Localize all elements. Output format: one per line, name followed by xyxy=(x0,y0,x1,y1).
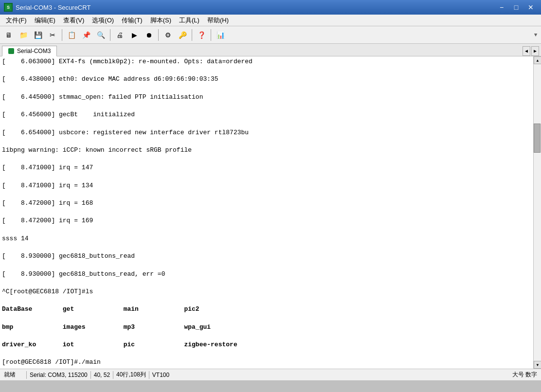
toolbar-new[interactable]: 🖥 xyxy=(2,28,16,42)
toolbar-btn4[interactable]: ✂ xyxy=(46,28,59,42)
terminal-line: [ 8.472000] irq = 168 xyxy=(2,199,531,208)
scroll-down-button[interactable]: ▼ xyxy=(534,361,541,369)
terminal-line: [ 6.445000] stmmac_open: failed PTP init… xyxy=(2,93,531,102)
toolbar-btn9[interactable]: ▶ xyxy=(127,28,141,42)
status-encoding: VT100 xyxy=(152,372,169,378)
status-right: 大号 数字 xyxy=(512,371,537,379)
terminal-line: [ 8.930000] gec6818_buttons_read, err =0 xyxy=(2,270,531,279)
status-sep-2 xyxy=(90,371,91,379)
tab-scroll-right[interactable]: ▶ xyxy=(531,46,539,56)
toolbar-separator-2 xyxy=(110,29,110,41)
terminal-line: [ 8.471000] irq = 147 xyxy=(2,163,531,172)
tab-scroll-left[interactable]: ◀ xyxy=(523,46,530,56)
status-serial: Serial: COM3, 115200 xyxy=(30,372,88,378)
terminal-line: [ 6.438000] eth0: device MAC address d6:… xyxy=(2,75,531,84)
menu-view[interactable]: 查看(V) xyxy=(59,15,88,26)
menu-script[interactable]: 脚本(S) xyxy=(146,15,175,26)
menu-tools[interactable]: 工具(L) xyxy=(175,15,203,26)
main-area: [ 6.063000] EXT4-fs (mmcblk0p2): re-moun… xyxy=(0,56,541,380)
scroll-track[interactable] xyxy=(534,64,541,361)
tab-label: Serial-COM3 xyxy=(17,48,51,54)
terminal-line: [ 8.471000] irq = 134 xyxy=(2,181,531,190)
terminal-line: [ 6.063000] EXT4-fs (mmcblk0p2): re-moun… xyxy=(2,57,531,66)
toolbar-btn10[interactable]: ⏺ xyxy=(142,28,156,42)
scroll-thumb[interactable] xyxy=(534,124,541,153)
toolbar-expand[interactable]: ▼ xyxy=(532,32,539,38)
terminal-content[interactable]: [ 6.063000] EXT4-fs (mmcblk0p2): re-moun… xyxy=(0,56,533,369)
toolbar: 🖥 📁 💾 ✂ 📋 📌 🔍 🖨 ▶ ⏺ ⚙ 🔑 ❓ 📊 ▼ xyxy=(0,26,541,44)
maximize-button[interactable]: □ xyxy=(510,2,523,13)
toolbar-separator-3 xyxy=(158,29,159,41)
terminal-wrapper: [ 6.063000] EXT4-fs (mmcblk0p2): re-moun… xyxy=(0,56,541,369)
tab-nav-right: ◀ ▶ xyxy=(523,46,539,56)
tab-icon xyxy=(8,48,14,54)
terminal-line: bmp images mp3 wpa_gui xyxy=(2,323,531,332)
tab-bar: Serial-COM3 ◀ ▶ xyxy=(0,44,541,56)
toolbar-find[interactable]: 🔍 xyxy=(94,28,108,42)
toolbar-paste[interactable]: 📌 xyxy=(79,28,93,42)
menu-edit[interactable]: 编辑(E) xyxy=(31,15,59,26)
status-sep-3 xyxy=(113,371,113,379)
terminal-line: [ 6.654000] usbcore: registered new inte… xyxy=(2,128,531,137)
toolbar-copy[interactable]: 📋 xyxy=(65,28,78,42)
status-sep-4 xyxy=(149,371,149,379)
app-icon: S xyxy=(4,3,13,12)
terminal-line: [ 6.456000] gecBt initialized xyxy=(2,110,531,119)
status-bar: 就绪 Serial: COM3, 115200 40, 52 40行,108列 … xyxy=(0,369,541,380)
status-rowcol: 40行,108列 xyxy=(116,371,146,379)
status-sep-1 xyxy=(26,371,27,379)
menu-help[interactable]: 帮助(H) xyxy=(203,15,233,26)
toolbar-settings[interactable]: ⚙ xyxy=(161,28,175,42)
toolbar-open[interactable]: 📁 xyxy=(17,28,30,42)
title-bar: S Serial-COM3 - SecureCRT − □ ✕ xyxy=(0,0,541,15)
toolbar-help[interactable]: ❓ xyxy=(195,28,208,42)
terminal-line: [ 8.930000] gec6818_buttons_read xyxy=(2,252,531,261)
status-position: 40, 52 xyxy=(94,372,110,378)
terminal-line: ^C[root@GEC6818 /IOT]#ls xyxy=(2,287,531,296)
minimize-button[interactable]: − xyxy=(495,2,508,13)
close-button[interactable]: ✕ xyxy=(524,2,537,13)
terminal-line: DataBase get main pic2 xyxy=(2,305,531,314)
toolbar-separator-5 xyxy=(211,29,211,41)
toolbar-key[interactable]: 🔑 xyxy=(176,28,189,42)
scroll-up-button[interactable]: ▲ xyxy=(534,56,541,64)
menu-transfer[interactable]: 传输(T) xyxy=(118,15,146,26)
status-ready: 就绪 xyxy=(4,371,23,379)
tab-serial-com3[interactable]: Serial-COM3 xyxy=(2,46,57,56)
toolbar-separator-4 xyxy=(192,29,192,41)
window-controls: − □ ✕ xyxy=(495,2,537,13)
scrollbar: ▲ ▼ xyxy=(533,56,541,369)
status-caps: 大号 数字 xyxy=(512,371,537,379)
menu-options[interactable]: 选项(O) xyxy=(88,15,118,26)
toolbar-print[interactable]: 🖨 xyxy=(113,28,126,42)
terminal-line: driver_ko iot pic zigbee-restore xyxy=(2,340,531,349)
menu-bar: 文件(F) 编辑(E) 查看(V) 选项(O) 传输(T) 脚本(S) 工具(L… xyxy=(0,15,541,26)
terminal-line: ssss 14 xyxy=(2,234,531,243)
toolbar-separator-1 xyxy=(62,29,62,41)
menu-file[interactable]: 文件(F) xyxy=(2,15,31,26)
window-title: Serial-COM3 - SecureCRT xyxy=(16,4,495,11)
toolbar-save[interactable]: 💾 xyxy=(31,28,45,42)
toolbar-btn14[interactable]: 📊 xyxy=(214,28,227,42)
terminal-line: [ 8.472000] irq = 169 xyxy=(2,216,531,225)
terminal-line: libpng warning: iCCP: known incorrect sR… xyxy=(2,146,531,155)
terminal-line: [root@GEC6818 /IOT]#./main xyxy=(2,358,531,367)
